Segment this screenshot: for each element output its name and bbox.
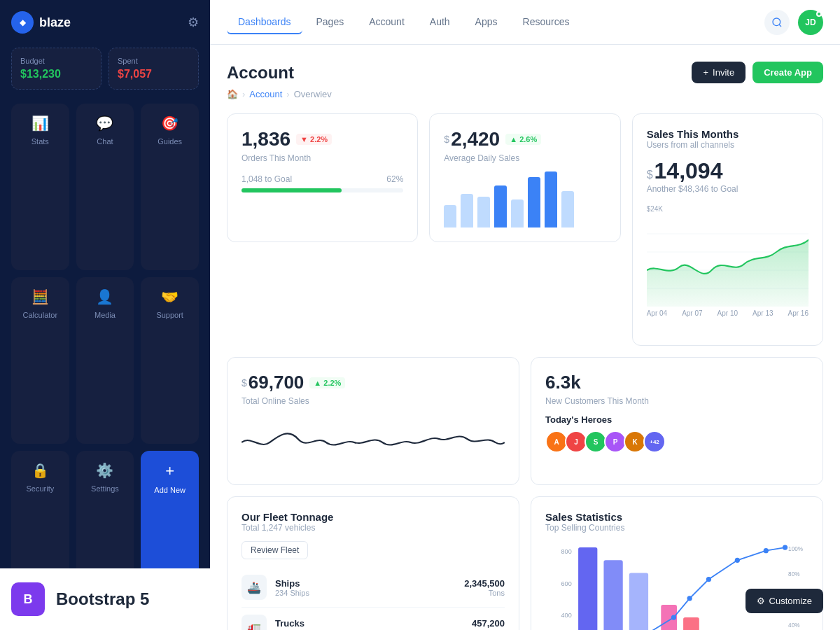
online-sales-card: $ 69,700 ▲ 2.2% Total Online Sales [227,357,519,485]
nav-label-calculator: Calculator [23,311,58,319]
nav-item-calculator[interactable]: 🧮 Calculator [11,277,69,444]
bootstrap-icon: B [11,582,45,616]
nav-label-security: Security [26,484,54,493]
orders-label: Orders This Month [241,153,403,163]
page-title: Account [227,63,294,83]
nav-label-media: Media [94,311,115,319]
bar-5 [511,200,524,227]
hero-avatar-more: +42 [643,430,666,453]
svg-point-20 [687,596,692,601]
logo: ◆ blaze [11,11,71,34]
down-arrow-icon: ▼ [300,135,308,144]
user-avatar[interactable]: JD [798,10,823,35]
fleet-row-ships: 🚢 Ships 234 Ships 2,345,500 Tons [241,568,505,608]
tab-dashboards[interactable]: Dashboards [227,10,302,34]
trucks-name: Trucks [275,618,472,629]
heroes-label: Today's Heroes [545,414,808,425]
nav-item-stats[interactable]: 📊 Stats [11,104,69,270]
breadcrumb-home-icon[interactable]: 🏠 [227,89,238,99]
support-icon: 🤝 [161,288,178,305]
svg-point-24 [783,545,788,550]
settings-icon: ⚙️ [96,462,113,479]
breadcrumb-account[interactable]: Account [249,89,282,99]
svg-text:400: 400 [561,612,572,619]
tab-pages[interactable]: Pages [305,10,356,34]
nav-item-media[interactable]: 👤 Media [76,277,134,444]
create-app-button[interactable]: Create App [752,62,823,83]
up-arrow-icon: ▲ [510,135,517,144]
tab-auth[interactable]: Auth [419,10,461,34]
logo-icon: ◆ [11,11,34,34]
svg-rect-11 [629,573,648,630]
nav-item-support[interactable]: 🤝 Support [141,277,199,444]
svg-point-23 [764,548,769,553]
daily-sales-value: 2,420 [451,128,500,150]
media-icon: 👤 [96,288,113,305]
bar-2 [461,194,473,227]
nav-label-settings: Settings [91,484,119,493]
nav-item-guides[interactable]: 🎯 Guides [141,104,199,270]
svg-text:800: 800 [561,548,572,555]
bar-3 [477,197,490,227]
tab-resources[interactable]: Resources [512,10,581,34]
bar-chart [444,172,606,227]
online-sales-badge: ▲ 2.2% [309,377,345,388]
nav-label-chat: Chat [97,137,113,146]
tab-apps[interactable]: Apps [464,10,509,34]
bar-4 [494,186,507,227]
svg-point-0 [773,18,780,26]
svg-text:100%: 100% [788,546,803,552]
trucks-value: 457,200 [472,618,505,629]
bar-7 [545,172,557,227]
bootstrap-text: Bootstrap 5 [56,589,149,609]
svg-rect-9 [578,547,597,630]
breadcrumb: 🏠 › Account › Overwiev [227,89,823,99]
progress-goal-label: 1,048 to Goal [241,174,292,184]
top-nav-links: Dashboards Pages Account Auth Apps Resou… [227,10,580,34]
stats-row2: $ 69,700 ▲ 2.2% Total Online Sales 6.3k … [227,357,823,485]
nav-label-stats: Stats [31,137,49,146]
calculator-icon: 🧮 [31,288,49,305]
main-content: Dashboards Pages Account Auth Apps Resou… [210,0,840,630]
invite-button[interactable]: + Invite [692,62,746,83]
bottom-grid: Our Fleet Tonnage Total 1,247 vehicles R… [227,496,823,630]
spent-card: Spent $7,057 [108,48,199,90]
menu-icon[interactable]: ⚙ [188,15,199,30]
svg-point-21 [706,577,711,582]
svg-rect-10 [603,560,622,630]
sales-title: Sales This Months [647,128,808,140]
bootstrap-badge: B Bootstrap 5 [0,568,210,630]
progress-bar-fill [241,188,342,192]
stats-grid: 1,836 ▼ 2.2% Orders This Month 1,048 to … [227,113,823,346]
wave-svg [241,414,505,470]
online-sales-value: 69,700 [248,372,304,393]
progress-bar-bg [241,188,403,192]
nav-item-chat[interactable]: 💬 Chat [76,104,134,270]
new-customers-value: 6.3k [545,372,581,393]
customize-button[interactable]: ⚙ Customize [746,589,823,613]
customize-icon: ⚙ [757,596,765,606]
sales-line-chart: $24K [647,205,808,331]
heroes-avatars: A J S P K +42 [545,430,808,453]
wave-chart [241,414,505,470]
online-indicator [816,11,822,17]
sales-stats-title: Sales Statistics [545,511,808,523]
spent-value: $7,057 [118,68,190,80]
search-button[interactable] [764,10,790,35]
review-fleet-button[interactable]: Review Fleet [241,541,308,559]
stats-icon: 📊 [31,115,49,132]
heroes-section: Today's Heroes A J S P K +42 [545,414,808,453]
nav-label-support: Support [156,311,183,319]
ships-icon: 🚢 [241,575,267,600]
guides-icon: 🎯 [161,115,178,132]
logo-text: blaze [39,15,71,30]
fleet-sub: Total 1,247 vehicles [241,523,505,533]
sales-stats-chart: 800 600 400 200 [545,541,808,630]
ships-name: Ships [275,578,464,589]
budget-value: $13,230 [20,68,92,80]
tab-account[interactable]: Account [358,10,416,34]
svg-point-22 [735,558,740,563]
svg-point-19 [671,615,676,620]
new-customers-label: New Customers This Month [545,396,808,406]
orders-badge: ▼ 2.2% [296,134,332,145]
